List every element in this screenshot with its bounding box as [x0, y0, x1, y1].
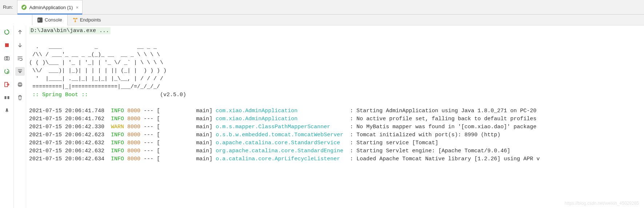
scroll-down-button[interactable]: [15, 41, 25, 50]
stop-button[interactable]: [2, 41, 12, 50]
console-toolbar: [14, 25, 26, 208]
svg-rect-12: [7, 96, 9, 99]
subtab-bar: Console Endpoints: [32, 15, 644, 25]
soft-wrap-button[interactable]: [15, 54, 25, 63]
endpoints-icon: [73, 17, 78, 23]
rerun-button[interactable]: [2, 28, 12, 36]
tab-endpoints[interactable]: Endpoints: [68, 15, 106, 25]
svg-rect-5: [5, 43, 9, 47]
delete-button[interactable]: [15, 93, 25, 102]
svg-rect-1: [38, 17, 43, 22]
pin-button[interactable]: [2, 106, 12, 115]
tab-endpoints-label: Endpoints: [80, 17, 101, 23]
run-tab-adminapplication[interactable]: AdminApplication (1) ×: [17, 0, 83, 14]
run-tabbar: Run: AdminApplication (1) ×: [0, 0, 644, 15]
close-icon[interactable]: ×: [76, 5, 79, 10]
left-toolbar: [0, 25, 14, 208]
layout-button[interactable]: [2, 93, 12, 102]
debug-rerun-button[interactable]: [2, 67, 12, 76]
svg-rect-14: [19, 83, 21, 84]
watermark: https://blog.csdn.net/weixin_45029285: [565, 201, 639, 206]
scroll-to-end-button[interactable]: [15, 67, 25, 76]
exit-button[interactable]: [2, 80, 12, 89]
run-tab-name: AdminApplication (1): [29, 5, 73, 10]
tab-console[interactable]: Console: [32, 15, 68, 25]
console-icon: [37, 17, 43, 23]
svg-rect-11: [4, 96, 6, 99]
print-button[interactable]: [15, 80, 25, 89]
scroll-up-button[interactable]: [15, 28, 25, 36]
tab-console-label: Console: [45, 17, 62, 23]
console-output[interactable]: D:\Java\bin\java.exe ... . ____ _ __ _ _…: [26, 25, 644, 208]
svg-rect-8: [6, 56, 8, 58]
svg-point-7: [6, 58, 8, 59]
run-label: Run:: [3, 4, 13, 10]
capture-button[interactable]: [2, 54, 12, 63]
spring-leaf-icon: [21, 4, 27, 10]
